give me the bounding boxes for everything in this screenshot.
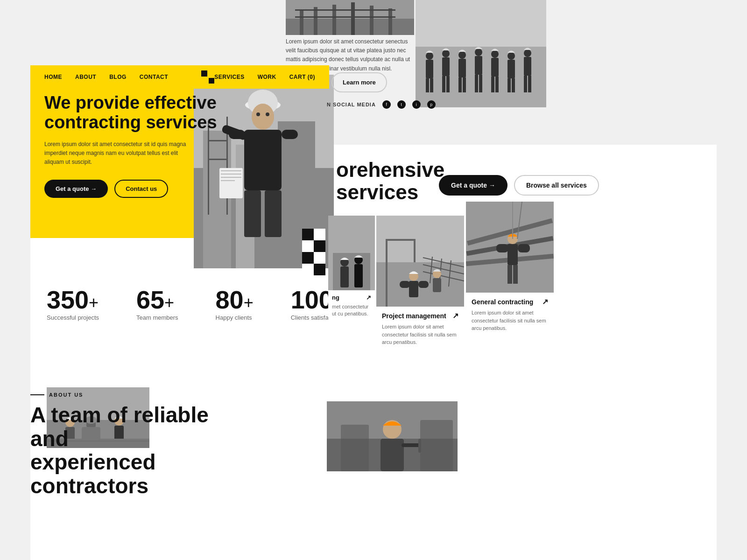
svg-point-53	[266, 112, 269, 116]
check-cell	[302, 240, 314, 252]
page-wrapper: Lorem ipsum dolor sit amet consectetur s…	[0, 0, 747, 560]
card-project-arrow: ↗	[452, 311, 458, 320]
svg-point-36	[524, 49, 531, 57]
svg-rect-94	[507, 244, 518, 265]
about-line	[30, 394, 44, 395]
svg-rect-26	[475, 75, 478, 92]
checkered-decoration	[302, 229, 325, 275]
check-cell	[302, 264, 314, 275]
service-card-project-image	[376, 216, 464, 307]
about-label-text: ABOUT US	[49, 392, 83, 398]
facebook-icon[interactable]: f	[382, 100, 391, 109]
nav-home[interactable]: HOME	[44, 74, 62, 80]
svg-rect-71	[354, 264, 363, 287]
social-label: N SOCIAL MEDIA	[327, 102, 376, 107]
svg-rect-65	[282, 168, 290, 173]
service-card-partial-image	[328, 216, 375, 290]
about-title: A team of reliable and experienced contr…	[30, 403, 226, 497]
card-project-title: Project management	[382, 312, 446, 320]
svg-rect-58	[219, 168, 243, 198]
hero-description: Lorem ipsum dolor sit amet consectetur s…	[44, 140, 194, 167]
nav-about[interactable]: ABOUT	[75, 74, 96, 80]
top-image-construction	[286, 0, 414, 35]
svg-rect-15	[430, 78, 433, 92]
svg-rect-119	[420, 420, 453, 471]
contact-us-button[interactable]: Contact us	[114, 180, 168, 198]
browse-services-button[interactable]: Browse all services	[514, 175, 599, 196]
check-cell	[302, 229, 314, 240]
svg-rect-38	[524, 76, 527, 92]
svg-rect-8	[295, 9, 395, 11]
svg-point-28	[491, 50, 499, 58]
logo-cell-4	[209, 78, 215, 84]
svg-rect-14	[426, 78, 429, 92]
nav-links: HOME ABOUT BLOG CONTACT	[44, 74, 201, 80]
svg-rect-88	[433, 278, 441, 292]
svg-rect-22	[458, 77, 462, 92]
hero-buttons: Get a quote → Contact us	[44, 180, 222, 198]
svg-rect-60	[221, 174, 241, 175]
about-title-line2: experienced contractors	[30, 450, 155, 498]
about-title-line1: A team of reliable and	[30, 403, 209, 451]
svg-rect-116	[402, 443, 420, 447]
svg-rect-31	[495, 77, 499, 92]
svg-rect-35	[512, 78, 515, 92]
nav-services[interactable]: SERVICES	[214, 74, 244, 80]
service-card-partial: ng ↗ met consectetur ut cu penatibus.	[328, 216, 375, 328]
svg-rect-7	[388, 8, 392, 35]
get-quote-button[interactable]: Get a quote →	[44, 180, 108, 198]
get-quote-services-button[interactable]: Get a quote →	[439, 175, 507, 196]
svg-rect-95	[496, 244, 508, 252]
svg-rect-19	[446, 76, 450, 92]
svg-point-12	[426, 52, 433, 60]
svg-rect-33	[507, 60, 515, 78]
svg-point-16	[442, 50, 450, 57]
svg-rect-34	[507, 78, 511, 92]
svg-rect-63	[244, 190, 261, 237]
learn-more-button[interactable]: Learn more	[331, 72, 387, 92]
about-image-contractor	[327, 401, 458, 471]
svg-rect-9	[295, 16, 395, 18]
instagram-icon[interactable]: i	[412, 100, 421, 109]
about-section: ABOUT US A team of reliable and experien…	[30, 392, 226, 497]
nav-cart[interactable]: CART (0)	[289, 74, 315, 80]
svg-point-24	[475, 49, 482, 56]
svg-rect-74	[386, 239, 388, 307]
svg-rect-115	[381, 439, 404, 471]
svg-rect-69	[340, 266, 349, 287]
svg-rect-54	[244, 130, 282, 190]
services-title: orehensive services	[336, 159, 444, 204]
svg-rect-5	[351, 2, 355, 35]
stat-projects-number: 350+	[47, 287, 99, 312]
check-cell	[302, 252, 314, 264]
svg-rect-75	[386, 239, 414, 241]
svg-rect-4	[332, 5, 336, 35]
svg-rect-30	[491, 77, 494, 92]
services-heading: orehensive services	[336, 159, 444, 204]
twitter-icon[interactable]: t	[397, 100, 406, 109]
check-cell	[314, 252, 325, 264]
stats-row: 350+ Successful projects 65+ Team member…	[47, 287, 348, 321]
svg-rect-2	[300, 9, 303, 35]
services-title-line2: services	[336, 181, 418, 203]
service-card-project: Project management ↗ Lorem ipsum dolor s…	[376, 216, 464, 352]
navbar: HOME ABOUT BLOG CONTACT SERVICES WORK CA…	[30, 65, 329, 89]
svg-rect-76	[414, 239, 416, 262]
card-partial-desc: met consectetur ut cu penatibus.	[332, 303, 371, 318]
nav-work[interactable]: WORK	[258, 74, 276, 80]
service-card-general-image	[466, 202, 554, 293]
svg-rect-86	[418, 281, 429, 288]
stat-team-label: Team members	[136, 314, 178, 321]
card-general-title: General contracting	[472, 298, 533, 306]
svg-point-51	[252, 104, 274, 130]
learn-more-area: Learn more	[331, 72, 387, 92]
stat-clients-number: 80+	[216, 287, 254, 312]
svg-point-52	[256, 112, 260, 116]
nav-contact[interactable]: CONTACT	[140, 74, 168, 80]
nav-blog[interactable]: BLOG	[109, 74, 127, 80]
nav-logo	[201, 70, 214, 84]
svg-rect-23	[463, 77, 466, 92]
svg-point-32	[507, 52, 515, 60]
svg-rect-62	[221, 180, 235, 181]
pinterest-icon[interactable]: p	[427, 100, 436, 109]
